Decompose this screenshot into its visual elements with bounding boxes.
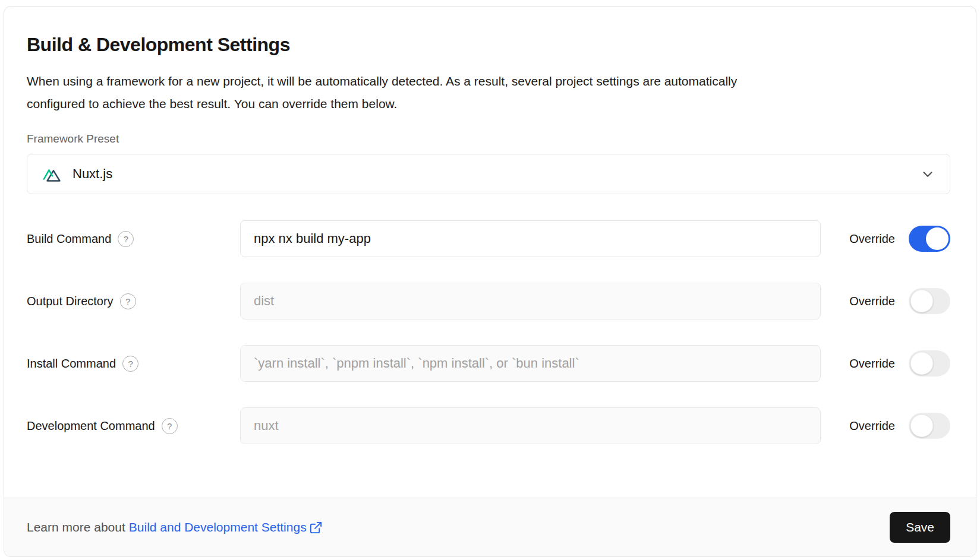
output-directory-row: Output Directory ? Override (27, 283, 950, 319)
learn-more-prefix: Learn more about (27, 520, 125, 534)
learn-more-text: Learn more about Build and Development S… (27, 520, 323, 534)
framework-preset-select[interactable]: Nuxt.js (27, 154, 950, 194)
help-icon[interactable]: ? (162, 418, 178, 434)
build-command-field (240, 220, 821, 257)
build-command-label: Build Command ? (27, 231, 240, 247)
override-label: Override (849, 419, 895, 433)
row-label-text: Output Directory (27, 295, 114, 308)
row-label-text: Development Command (27, 419, 155, 433)
install-command-row: Install Command ? Override (27, 345, 950, 382)
card-footer: Learn more about Build and Development S… (4, 498, 976, 556)
build-command-override: Override (849, 226, 950, 252)
framework-preset-label: Framework Preset (27, 132, 950, 146)
install-command-label: Install Command ? (27, 356, 240, 372)
override-label: Override (849, 232, 895, 246)
development-command-row: Development Command ? Override (27, 407, 950, 444)
toggle-knob (910, 352, 933, 375)
toggle-knob (926, 227, 949, 250)
help-icon[interactable]: ? (122, 356, 138, 372)
external-link-icon (309, 521, 323, 534)
toggle-knob (910, 415, 933, 437)
build-command-input[interactable] (240, 220, 821, 257)
build-command-override-toggle[interactable] (909, 226, 950, 252)
nuxt-logo-icon (42, 165, 65, 183)
output-directory-field (240, 283, 821, 319)
output-directory-override: Override (849, 288, 950, 314)
page-title: Build & Development Settings (27, 33, 950, 56)
framework-preset-value: Nuxt.js (73, 166, 112, 182)
output-directory-override-toggle[interactable] (909, 288, 950, 314)
install-command-field (240, 345, 821, 382)
row-label-text: Install Command (27, 357, 116, 371)
development-command-field (240, 407, 821, 444)
development-command-input[interactable] (240, 407, 821, 444)
install-command-override: Override (849, 350, 950, 377)
build-settings-card: Build & Development Settings When using … (4, 6, 976, 557)
install-command-input[interactable] (240, 345, 821, 382)
description-line-1: When using a framework for a new project… (27, 70, 950, 93)
output-directory-label: Output Directory ? (27, 293, 240, 309)
toggle-knob (910, 290, 933, 312)
help-icon[interactable]: ? (120, 293, 136, 309)
description: When using a framework for a new project… (27, 70, 950, 115)
output-directory-input[interactable] (240, 283, 821, 319)
development-command-override: Override (849, 413, 950, 439)
development-command-override-toggle[interactable] (909, 413, 950, 439)
row-label-text: Build Command (27, 232, 111, 246)
description-line-2: configured to achieve the best result. Y… (27, 93, 950, 115)
install-command-override-toggle[interactable] (909, 350, 950, 377)
learn-more-link-text: Build and Development Settings (129, 520, 307, 534)
override-label: Override (849, 357, 895, 371)
development-command-label: Development Command ? (27, 418, 240, 434)
chevron-down-icon (920, 166, 935, 182)
help-icon[interactable]: ? (118, 231, 134, 247)
build-command-row: Build Command ? Override (27, 220, 950, 257)
learn-more-link[interactable]: Build and Development Settings (129, 520, 323, 534)
save-button[interactable]: Save (890, 512, 950, 543)
override-label: Override (849, 295, 895, 308)
